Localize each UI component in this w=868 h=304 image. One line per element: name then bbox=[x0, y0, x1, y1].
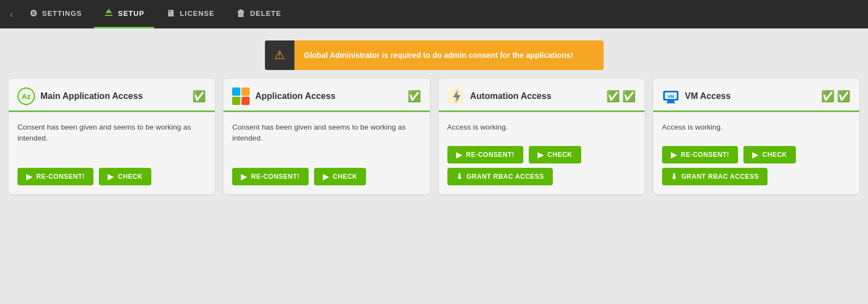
alert-icon-box: ⚠ bbox=[265, 40, 294, 70]
status-check-main: ✅ bbox=[192, 90, 206, 103]
card-footer-main: ▶ RE-CONSENT! ▶ CHECK bbox=[9, 161, 215, 194]
card-title-main: Main Application Access bbox=[40, 91, 143, 101]
delete-icon: 🗑 bbox=[237, 9, 246, 19]
nav-license-label: LICENSE bbox=[180, 9, 214, 17]
card-title-vm: VM Access bbox=[685, 91, 731, 101]
card-main-app-access: Az Main Application Access ✅ Consent has… bbox=[9, 79, 215, 194]
reconsent-app-label: RE-CONSENT! bbox=[251, 173, 300, 180]
footer-row-auto-extra: ⬇ GRANT RBAC ACCESS bbox=[447, 168, 636, 185]
grant-rbac-vm-label: GRANT RBAC ACCESS bbox=[681, 173, 759, 180]
nav-settings-label: SETTINGS bbox=[42, 9, 82, 17]
card-title-row-auto: Automation Access bbox=[447, 87, 552, 105]
reconsent-vm-button[interactable]: ▶ RE-CONSENT! bbox=[662, 146, 738, 163]
nav-settings[interactable]: ⚙ SETTINGS bbox=[20, 0, 92, 28]
nav-back-button[interactable]: ‹ bbox=[5, 9, 17, 20]
check-vm-label: CHECK bbox=[763, 151, 787, 159]
card-title-app: Application Access bbox=[255, 91, 335, 101]
main-app-icon: Az bbox=[17, 87, 35, 105]
card-status-icons-app: ✅ bbox=[408, 90, 421, 103]
check-vm-icon: ▶ bbox=[752, 150, 759, 159]
footer-row-auto: ▶ RE-CONSENT! ▶ CHECK bbox=[447, 146, 636, 163]
vm-access-icon: VM bbox=[662, 87, 680, 105]
grant-rbac-vm-button[interactable]: ⬇ GRANT RBAC ACCESS bbox=[662, 168, 768, 185]
footer-row-vm-extra: ⬇ GRANT RBAC ACCESS bbox=[662, 168, 851, 185]
alert-banner: ⚠ Global Administrator is required to do… bbox=[265, 40, 604, 70]
grant-rbac-auto-button[interactable]: ⬇ GRANT RBAC ACCESS bbox=[447, 168, 553, 185]
settings-icon: ⚙ bbox=[29, 8, 38, 19]
alert-container: ⚠ Global Administrator is required to do… bbox=[0, 28, 868, 79]
card-header-auto: Automation Access ✅ ✅ bbox=[439, 79, 645, 110]
app-access-icon bbox=[232, 87, 250, 105]
footer-row-app: ▶ RE-CONSENT! ▶ CHECK bbox=[232, 168, 421, 185]
check-main-button[interactable]: ▶ CHECK bbox=[99, 168, 151, 185]
reconsent-main-icon: ▶ bbox=[26, 172, 33, 181]
license-icon: 🖥 bbox=[166, 9, 175, 19]
card-title-row-app: Application Access bbox=[232, 87, 335, 105]
nav-delete-label: DELETE bbox=[250, 9, 281, 17]
reconsent-main-label: RE-CONSENT! bbox=[37, 173, 85, 180]
check-main-icon: ▶ bbox=[108, 172, 114, 181]
status-check-app: ✅ bbox=[408, 90, 421, 103]
svg-rect-8 bbox=[666, 102, 675, 103]
check-main-label: CHECK bbox=[118, 173, 143, 180]
card-header-main: Az Main Application Access ✅ bbox=[9, 79, 215, 110]
card-body-main: Consent has been given and seems to be w… bbox=[9, 112, 215, 161]
svg-rect-0 bbox=[105, 15, 113, 16]
alert-text: Global Administrator is required to do a… bbox=[294, 45, 583, 65]
card-automation-access: Automation Access ✅ ✅ Access is working.… bbox=[439, 79, 645, 194]
setup-icon bbox=[104, 8, 114, 20]
status-check-auto-2: ✅ bbox=[622, 90, 636, 103]
check-app-label: CHECK bbox=[333, 173, 357, 180]
card-title-auto: Automation Access bbox=[470, 91, 552, 101]
card-body-vm: Access is working. bbox=[653, 112, 859, 139]
reconsent-auto-label: RE-CONSENT! bbox=[466, 151, 515, 159]
grant-rbac-auto-label: GRANT RBAC ACCESS bbox=[467, 173, 544, 180]
footer-row-vm: ▶ RE-CONSENT! ▶ CHECK bbox=[662, 146, 851, 163]
alert-warning-icon: ⚠ bbox=[274, 48, 285, 62]
card-status-icons-vm: ✅ ✅ bbox=[821, 90, 851, 103]
card-title-row-vm: VM VM Access bbox=[662, 87, 731, 105]
automation-access-icon bbox=[447, 87, 465, 105]
reconsent-auto-icon: ▶ bbox=[456, 150, 463, 159]
grant-rbac-vm-icon: ⬇ bbox=[671, 172, 678, 181]
reconsent-vm-icon: ▶ bbox=[671, 150, 677, 159]
card-body-auto: Access is working. bbox=[439, 112, 645, 139]
status-check-vm-2: ✅ bbox=[837, 90, 851, 103]
reconsent-main-button[interactable]: ▶ RE-CONSENT! bbox=[17, 168, 93, 185]
card-footer-app: ▶ RE-CONSENT! ▶ CHECK bbox=[223, 161, 429, 194]
cards-row: Az Main Application Access ✅ Consent has… bbox=[0, 79, 868, 207]
card-footer-auto: ▶ RE-CONSENT! ▶ CHECK ⬇ GRANT RBAC ACCES… bbox=[439, 139, 645, 194]
status-check-vm-1: ✅ bbox=[821, 90, 835, 103]
card-header-app: Application Access ✅ bbox=[223, 79, 429, 110]
check-vm-button[interactable]: ▶ CHECK bbox=[743, 146, 796, 163]
svg-rect-7 bbox=[668, 101, 674, 102]
nav-setup[interactable]: SETUP bbox=[94, 0, 154, 28]
check-auto-label: CHECK bbox=[547, 151, 572, 159]
grant-rbac-auto-icon: ⬇ bbox=[456, 172, 463, 181]
card-body-app: Consent has been given and seems to be w… bbox=[223, 112, 429, 161]
card-title-row-main: Az Main Application Access bbox=[17, 87, 143, 105]
card-header-vm: VM VM Access ✅ ✅ bbox=[653, 79, 859, 110]
nav-license[interactable]: 🖥 LICENSE bbox=[156, 0, 224, 28]
status-check-auto-1: ✅ bbox=[606, 90, 620, 103]
check-auto-icon: ▶ bbox=[538, 150, 544, 159]
svg-marker-1 bbox=[105, 9, 112, 13]
check-auto-button[interactable]: ▶ CHECK bbox=[529, 146, 581, 163]
reconsent-vm-label: RE-CONSENT! bbox=[681, 151, 729, 159]
reconsent-app-icon: ▶ bbox=[241, 172, 247, 181]
card-status-icons-auto: ✅ ✅ bbox=[606, 90, 636, 103]
card-status-icons-main: ✅ bbox=[192, 90, 206, 103]
nav-setup-label: SETUP bbox=[118, 9, 144, 17]
reconsent-app-button[interactable]: ▶ RE-CONSENT! bbox=[232, 168, 308, 185]
nav-delete[interactable]: 🗑 DELETE bbox=[227, 0, 291, 28]
card-app-access: Application Access ✅ Consent has been gi… bbox=[223, 79, 429, 194]
check-app-icon: ▶ bbox=[323, 172, 329, 181]
reconsent-auto-button[interactable]: ▶ RE-CONSENT! bbox=[447, 146, 523, 163]
navbar: ‹ ⚙ SETTINGS SETUP 🖥 LICENSE 🗑 DELETE bbox=[0, 0, 868, 28]
card-footer-vm: ▶ RE-CONSENT! ▶ CHECK ⬇ GRANT RBAC ACCES… bbox=[653, 139, 859, 194]
footer-row-main: ▶ RE-CONSENT! ▶ CHECK bbox=[17, 168, 206, 185]
svg-text:VM: VM bbox=[668, 94, 674, 99]
check-app-button[interactable]: ▶ CHECK bbox=[314, 168, 367, 185]
card-vm-access: VM VM Access ✅ ✅ Access is working. ▶ RE… bbox=[653, 79, 859, 194]
